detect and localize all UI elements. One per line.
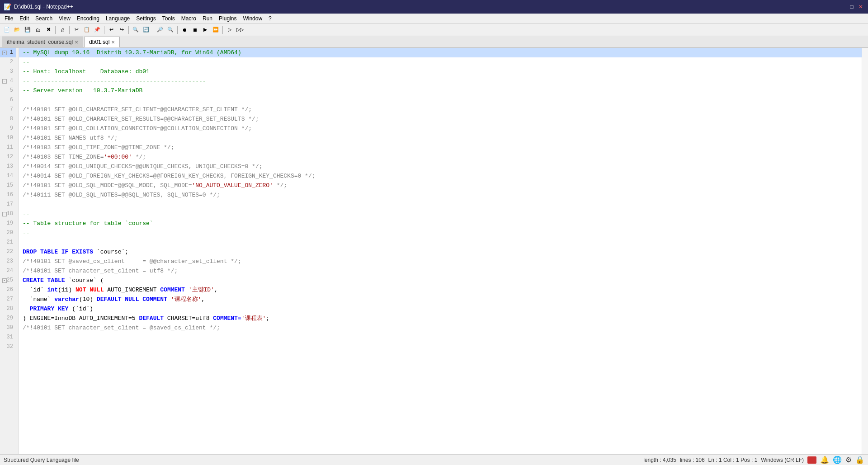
code-line-32[interactable] (19, 342, 862, 352)
code-line-4[interactable]: -- -------------------------------------… (19, 76, 862, 86)
menu-encoding[interactable]: Encoding (74, 14, 102, 23)
macro-run-button[interactable]: ⏩ (211, 25, 221, 35)
line-num-25: -25 (0, 276, 16, 285)
tab-itheima[interactable]: itheima_student_course.sql ✕ (2, 37, 83, 47)
redo-button[interactable]: ↪ (117, 25, 127, 35)
code-line-7[interactable]: /*!40101 SET @OLD_CHARACTER_SET_CLIENT=@… (19, 105, 862, 114)
fold-1[interactable]: - (2, 51, 7, 55)
fold-4[interactable]: - (2, 79, 7, 84)
code-line-31[interactable] (19, 333, 862, 342)
code-content-9: /*!40101 SET @OLD_COLLATION_CONNECTION=@… (23, 124, 252, 133)
code-line-12[interactable]: /*!40103 SET TIME_ZONE='+00:00' */; (19, 152, 862, 162)
run-button[interactable]: ▷ (225, 25, 235, 35)
fold-25[interactable]: - (2, 278, 7, 283)
code-content-27c: (10) (79, 295, 97, 304)
separator-4 (128, 26, 129, 34)
code-line-19[interactable]: -- Table structure for table `course` (19, 219, 862, 228)
code-line-29[interactable]: ) ENGINE=InnoDB AUTO_INCREMENT=5 DEFAULT… (19, 314, 862, 323)
line-num-20: 20 (0, 228, 16, 238)
code-line-6[interactable] (19, 95, 862, 105)
fold-18[interactable]: - (2, 212, 7, 216)
code-content-7: /*!40101 SET @OLD_CHARACTER_SET_CLIENT=@… (23, 105, 252, 114)
menu-settings[interactable]: Settings (133, 14, 158, 23)
menu-help[interactable]: ? (266, 14, 274, 23)
code-line-23[interactable]: /*!40101 SET @saved_cs_client = @@charac… (19, 257, 862, 266)
undo-button[interactable]: ↩ (106, 25, 116, 35)
menu-window[interactable]: Window (240, 14, 265, 23)
title-bar: 📝 D:\db01.sql - Notepad++ ─ □ ✕ (0, 0, 868, 14)
code-line-13[interactable]: /*!40014 SET @OLD_UNIQUE_CHECKS=@@UNIQUE… (19, 162, 862, 171)
code-line-28[interactable]: PRIMARY KEY (`id`) (19, 304, 862, 314)
code-line-15[interactable]: /*!40101 SET @OLD_SQL_MODE=@@SQL_MODE, S… (19, 181, 862, 190)
code-line-24[interactable]: /*!40101 SET character_set_client = utf8… (19, 266, 862, 276)
run2-button[interactable]: ▷▷ (235, 25, 245, 35)
code-line-20[interactable]: -- (19, 228, 862, 238)
code-area[interactable]: -- MySQL dump 10.16 Distrib 10.3.7-Maria… (19, 48, 862, 454)
close-button[interactable]: ✕ (857, 3, 864, 10)
status-icon-3: 🌐 (833, 456, 842, 464)
code-content-31 (23, 333, 26, 342)
open-button[interactable]: 📂 (12, 25, 22, 35)
code-line-26[interactable]: `id` int(11) NOT NULL AUTO_INCREMENT COM… (19, 285, 862, 295)
tab-label-1: itheima_student_course.sql (7, 39, 73, 45)
code-line-21[interactable] (19, 238, 862, 247)
new-button[interactable]: 📄 (2, 25, 12, 35)
macro-play-button[interactable]: ▶ (200, 25, 210, 35)
code-line-22[interactable]: DROP TABLE IF EXISTS `course`; (19, 247, 862, 257)
macro-stop-button[interactable]: ⏹ (190, 25, 200, 35)
code-line-1[interactable]: -- MySQL dump 10.16 Distrib 10.3.7-Maria… (19, 48, 862, 57)
code-content-14: /*!40014 SET @OLD_FOREIGN_KEY_CHECKS=@@F… (23, 171, 316, 181)
save-all-button[interactable]: 🗂 (33, 25, 43, 35)
code-content-27g (167, 295, 171, 304)
tab-close-1[interactable]: ✕ (75, 40, 78, 45)
close-button[interactable]: ✖ (43, 25, 53, 35)
save-button[interactable]: 💾 (23, 25, 33, 35)
code-content-24: /*!40101 SET character_set_client = utf8… (23, 266, 178, 276)
code-line-8[interactable]: /*!40101 SET @OLD_CHARACTER_SET_RESULTS=… (19, 114, 862, 124)
code-line-30[interactable]: /*!40101 SET character_set_client = @sav… (19, 323, 862, 333)
maximize-button[interactable]: □ (848, 3, 855, 10)
menu-run[interactable]: Run (200, 14, 215, 23)
code-line-16[interactable]: /*!40111 SET @OLD_SQL_NOTES=@@SQL_NOTES,… (19, 190, 862, 200)
line-num-4: - 4 (0, 76, 16, 86)
menu-plugins[interactable]: Plugins (216, 14, 239, 23)
code-line-5[interactable]: -- Server version 10.3.7-MariaDB (19, 86, 862, 95)
code-line-17[interactable] (19, 200, 862, 209)
copy-button[interactable]: 📋 (82, 25, 92, 35)
menu-file[interactable]: File (2, 14, 16, 23)
code-content-4: -- -------------------------------------… (23, 76, 206, 86)
zoom-in-button[interactable]: 🔎 (155, 25, 165, 35)
menu-edit[interactable]: Edit (17, 14, 32, 23)
code-line-9[interactable]: /*!40101 SET @OLD_COLLATION_CONNECTION=@… (19, 124, 862, 133)
tab-db01[interactable]: db01.sql ✕ (84, 37, 120, 47)
code-line-27[interactable]: `name` varchar(10) DEFAULT NULL COMMENT … (19, 295, 862, 304)
code-line-11[interactable]: /*!40103 SET @OLD_TIME_ZONE=@@TIME_ZONE … (19, 143, 862, 152)
code-line-3[interactable]: -- Host: localhost Database: db01 (19, 67, 862, 76)
code-line-14[interactable]: /*!40014 SET @OLD_FOREIGN_KEY_CHECKS=@@F… (19, 171, 862, 181)
menu-view[interactable]: View (56, 14, 73, 23)
code-line-2[interactable]: -- (19, 57, 862, 67)
code-line-18[interactable]: -- (19, 209, 862, 219)
code-line-25[interactable]: CREATE TABLE `course` ( (19, 276, 862, 285)
code-content-26g (185, 285, 189, 295)
menu-search[interactable]: Search (33, 14, 55, 23)
line-num-21: 21 (0, 238, 16, 247)
menu-language[interactable]: Language (103, 14, 132, 23)
find-button[interactable]: 🔍 (131, 25, 141, 35)
right-scrollbar[interactable] (862, 48, 868, 454)
menu-macro[interactable]: Macro (179, 14, 199, 23)
separator-6 (177, 26, 178, 34)
minimize-button[interactable]: ─ (839, 3, 846, 10)
zoom-out-button[interactable]: 🔍 (165, 25, 175, 35)
tab-close-2[interactable]: ✕ (111, 40, 115, 45)
code-line-10[interactable]: /*!40101 SET NAMES utf8 */; (19, 133, 862, 143)
line-num-8: 8 (0, 114, 16, 124)
replace-button[interactable]: 🔄 (141, 25, 151, 35)
code-content-13: /*!40014 SET @OLD_UNIQUE_CHECKS=@@UNIQUE… (23, 162, 263, 171)
cut-button[interactable]: ✂ (71, 25, 81, 35)
print-button[interactable]: 🖨 (57, 25, 67, 35)
macro-rec-button[interactable]: ⏺ (179, 25, 189, 35)
code-content-26i: , (214, 285, 218, 295)
paste-button[interactable]: 📌 (92, 25, 102, 35)
menu-tools[interactable]: Tools (160, 14, 178, 23)
